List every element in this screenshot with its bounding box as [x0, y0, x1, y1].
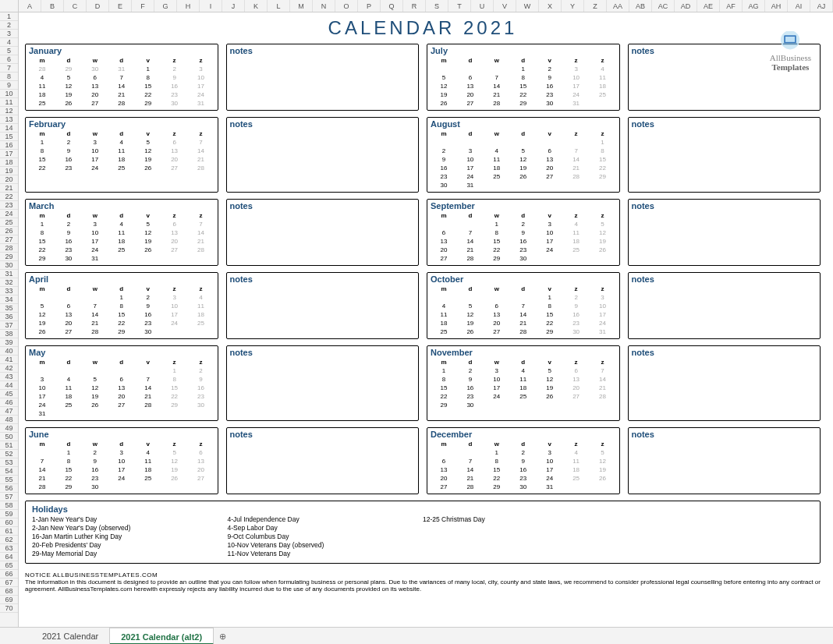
calendar-cell[interactable]: 8 — [29, 228, 55, 237]
calendar-cell[interactable]: 20 — [108, 392, 135, 401]
calendar-cell[interactable]: 4 — [431, 302, 457, 310]
row-header[interactable]: 33 — [0, 287, 18, 295]
calendar-cell[interactable]: 25 — [510, 392, 537, 401]
calendar-cell[interactable]: 24 — [563, 90, 590, 99]
calendar-cell[interactable]: 4 — [563, 220, 590, 228]
column-header[interactable]: AB — [629, 0, 652, 12]
calendar-cell[interactable]: 1 — [29, 220, 55, 228]
calendar-cell[interactable]: 28 — [29, 65, 55, 73]
calendar-cell[interactable]: 25 — [590, 90, 616, 99]
column-header[interactable]: AG — [743, 0, 765, 12]
calendar-cell[interactable]: 5 — [590, 220, 616, 228]
calendar-cell[interactable]: 26 — [590, 474, 616, 483]
calendar-cell[interactable] — [82, 409, 108, 418]
calendar-cell[interactable]: 29 — [29, 254, 55, 263]
calendar-cell[interactable]: 28 — [135, 401, 161, 409]
calendar-cell[interactable]: 29 — [510, 99, 537, 108]
calendar-cell[interactable]: 17 — [161, 310, 188, 319]
calendar-cell[interactable]: 22 — [29, 246, 55, 254]
calendar-cell[interactable]: 27 — [431, 254, 457, 263]
row-header[interactable]: 5 — [0, 47, 18, 55]
calendar-cell[interactable]: 1 — [590, 138, 616, 147]
calendar-cell[interactable]: 27 — [108, 401, 135, 409]
calendar-cell[interactable]: 7 — [484, 73, 510, 82]
calendar-cell[interactable]: 3 — [188, 65, 214, 73]
row-header[interactable]: 36 — [0, 313, 18, 321]
column-header[interactable]: C — [64, 0, 87, 12]
worksheet-area[interactable]: CALENDAR 2021 AllBusinessTemplates Janua… — [19, 12, 833, 627]
calendar-cell[interactable]: 11 — [29, 82, 55, 90]
calendar-cell[interactable]: 27 — [161, 246, 188, 254]
column-header[interactable]: N — [313, 0, 335, 12]
calendar-cell[interactable]: 13 — [55, 310, 82, 319]
column-header[interactable]: M — [290, 0, 313, 12]
row-header[interactable]: 44 — [0, 381, 18, 390]
calendar-cell[interactable]: 26 — [457, 327, 484, 336]
calendar-cell[interactable]: 3 — [457, 147, 484, 155]
column-header[interactable]: A — [19, 0, 41, 12]
row-header[interactable]: 55 — [0, 476, 18, 484]
calendar-cell[interactable]: 3 — [29, 375, 55, 384]
row-header[interactable]: 10 — [0, 90, 18, 98]
calendar-cell[interactable]: 7 — [135, 375, 161, 384]
calendar-cell[interactable] — [537, 181, 563, 189]
calendar-cell[interactable]: 12 — [510, 155, 537, 164]
calendar-cell[interactable]: 13 — [161, 228, 188, 237]
calendar-cell[interactable]: 25 — [29, 99, 55, 108]
calendar-cell[interactable]: 14 — [188, 228, 214, 237]
calendar-cell[interactable]: 18 — [135, 465, 161, 474]
calendar-cell[interactable]: 24 — [82, 164, 108, 172]
calendar-cell[interactable] — [484, 181, 510, 189]
calendar-cell[interactable]: 18 — [510, 384, 537, 392]
calendar-cell[interactable] — [55, 293, 82, 302]
notes-box[interactable]: notes — [628, 427, 821, 494]
calendar-cell[interactable]: 31 — [108, 65, 135, 73]
calendar-cell[interactable]: 2 — [135, 293, 161, 302]
calendar-cell[interactable]: 10 — [108, 457, 135, 465]
calendar-cell[interactable]: 30 — [188, 401, 214, 409]
column-header[interactable]: Q — [381, 0, 403, 12]
calendar-cell[interactable]: 21 — [563, 164, 590, 172]
calendar-cell[interactable]: 1 — [510, 65, 537, 73]
calendar-cell[interactable]: 7 — [457, 457, 484, 465]
calendar-cell[interactable]: 18 — [431, 319, 457, 327]
calendar-cell[interactable]: 10 — [161, 302, 188, 310]
calendar-cell[interactable]: 6 — [457, 73, 484, 82]
calendar-cell[interactable]: 26 — [135, 246, 161, 254]
row-header[interactable]: 9 — [0, 81, 18, 90]
calendar-cell[interactable]: 4 — [510, 366, 537, 375]
row-header[interactable]: 63 — [0, 544, 18, 553]
calendar-cell[interactable]: 21 — [135, 392, 161, 401]
calendar-cell[interactable]: 10 — [590, 302, 616, 310]
calendar-cell[interactable]: 28 — [82, 327, 108, 336]
row-header[interactable]: 62 — [0, 536, 18, 544]
calendar-cell[interactable]: 11 — [510, 375, 537, 384]
calendar-cell[interactable]: 1 — [135, 65, 161, 73]
column-header[interactable]: U — [471, 0, 494, 12]
row-header[interactable]: 16 — [0, 141, 18, 150]
row-header[interactable]: 26 — [0, 227, 18, 235]
column-header[interactable]: AH — [765, 0, 788, 12]
calendar-cell[interactable]: 21 — [108, 90, 135, 99]
calendar-cell[interactable]: 17 — [82, 155, 108, 164]
calendar-cell[interactable]: 22 — [161, 392, 188, 401]
row-header[interactable]: 13 — [0, 115, 18, 124]
calendar-cell[interactable]: 23 — [188, 392, 214, 401]
calendar-cell[interactable]: 8 — [510, 73, 537, 82]
calendar-cell[interactable]: 14 — [590, 375, 616, 384]
calendar-cell[interactable]: 4 — [108, 138, 135, 147]
calendar-cell[interactable]: 26 — [82, 401, 108, 409]
calendar-cell[interactable]: 7 — [29, 457, 55, 465]
calendar-cell[interactable]: 22 — [484, 474, 510, 483]
calendar-cell[interactable]: 27 — [563, 392, 590, 401]
calendar-cell[interactable]: 5 — [29, 302, 55, 310]
calendar-cell[interactable] — [457, 138, 484, 147]
calendar-cell[interactable]: 12 — [431, 82, 457, 90]
column-header[interactable]: D — [87, 0, 109, 12]
calendar-cell[interactable] — [108, 483, 135, 491]
calendar-cell[interactable]: 11 — [108, 228, 135, 237]
column-header[interactable]: S — [426, 0, 448, 12]
column-header[interactable]: B — [41, 0, 64, 12]
notes-box[interactable]: notes — [628, 199, 821, 266]
calendar-cell[interactable]: 19 — [431, 90, 457, 99]
